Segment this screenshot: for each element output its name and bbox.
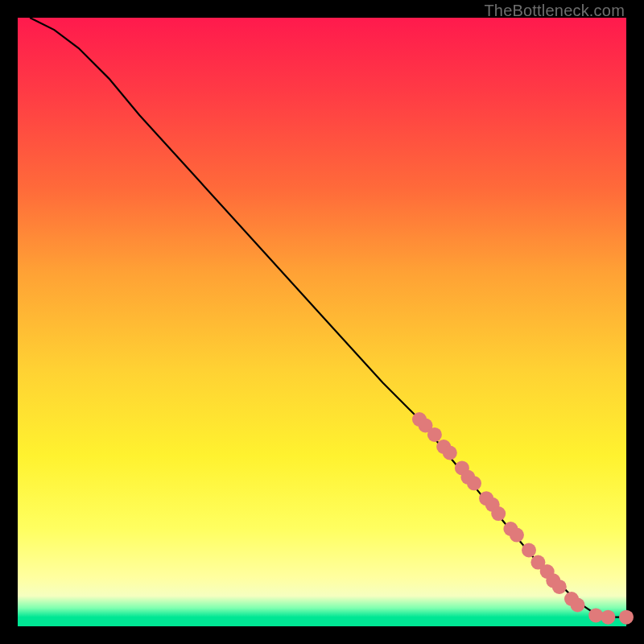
data-marker xyxy=(522,543,536,558)
data-marker xyxy=(510,528,524,543)
data-marker xyxy=(552,580,567,594)
data-marker xyxy=(601,610,615,625)
plot-area xyxy=(18,18,626,626)
attribution-label: TheBottleneck.com xyxy=(484,2,625,20)
data-markers xyxy=(412,412,634,625)
data-marker xyxy=(491,506,506,521)
data-marker xyxy=(443,446,457,460)
chart-svg xyxy=(18,18,626,626)
data-marker xyxy=(467,476,481,490)
data-marker xyxy=(619,610,634,625)
data-marker xyxy=(427,427,442,442)
chart-frame: TheBottleneck.com xyxy=(0,0,644,644)
curve-line xyxy=(30,18,626,617)
data-marker xyxy=(588,608,603,622)
data-marker xyxy=(571,598,585,613)
